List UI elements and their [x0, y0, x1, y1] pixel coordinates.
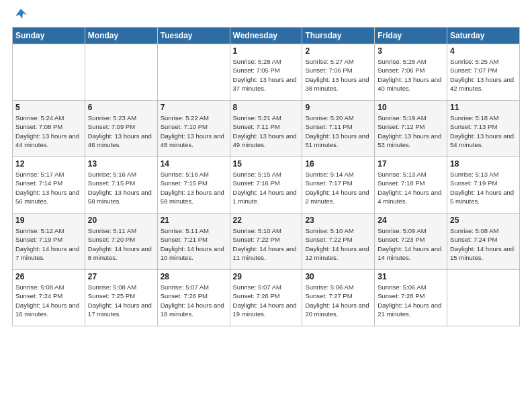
- day-number: 13: [88, 159, 154, 169]
- day-info: Sunrise: 5:27 AM Sunset: 7:06 PM Dayligh…: [305, 57, 371, 93]
- day-info: Sunrise: 5:07 AM Sunset: 7:26 PM Dayligh…: [161, 283, 227, 318]
- calendar-cell: 16Sunrise: 5:14 AM Sunset: 7:17 PM Dayli…: [302, 157, 375, 214]
- calendar-cell: 8Sunrise: 5:21 AM Sunset: 7:11 PM Daylig…: [230, 101, 302, 157]
- col-header-saturday: Saturday: [447, 28, 520, 44]
- day-number: 7: [161, 103, 227, 112]
- calendar-cell: 24Sunrise: 5:09 AM Sunset: 7:23 PM Dayli…: [375, 214, 447, 270]
- day-info: Sunrise: 5:20 AM Sunset: 7:11 PM Dayligh…: [305, 113, 371, 149]
- day-info: Sunrise: 5:08 AM Sunset: 7:24 PM Dayligh…: [450, 226, 517, 262]
- day-number: 6: [88, 103, 154, 112]
- calendar-cell: 29Sunrise: 5:07 AM Sunset: 7:26 PM Dayli…: [230, 270, 302, 326]
- logo-bird-icon: [13, 7, 28, 21]
- day-info: Sunrise: 5:11 AM Sunset: 7:20 PM Dayligh…: [88, 226, 154, 262]
- calendar-row-1: 5Sunrise: 5:24 AM Sunset: 7:08 PM Daylig…: [13, 101, 520, 157]
- calendar-cell: 25Sunrise: 5:08 AM Sunset: 7:24 PM Dayli…: [447, 214, 520, 270]
- day-info: Sunrise: 5:10 AM Sunset: 7:22 PM Dayligh…: [305, 226, 371, 262]
- day-number: 28: [161, 272, 227, 281]
- calendar-cell: 21Sunrise: 5:11 AM Sunset: 7:21 PM Dayli…: [157, 214, 230, 270]
- day-number: 15: [233, 159, 300, 169]
- day-number: 2: [305, 46, 371, 56]
- calendar-cell: 2Sunrise: 5:27 AM Sunset: 7:06 PM Daylig…: [302, 44, 375, 101]
- day-number: 27: [88, 272, 154, 281]
- col-header-thursday: Thursday: [302, 28, 375, 44]
- day-number: 1: [233, 46, 300, 56]
- calendar-cell: 19Sunrise: 5:12 AM Sunset: 7:19 PM Dayli…: [13, 214, 85, 270]
- day-number: 31: [378, 272, 444, 281]
- day-info: Sunrise: 5:21 AM Sunset: 7:11 PM Dayligh…: [233, 113, 300, 149]
- calendar-cell: 7Sunrise: 5:22 AM Sunset: 7:10 PM Daylig…: [157, 101, 230, 157]
- calendar-cell: 5Sunrise: 5:24 AM Sunset: 7:08 PM Daylig…: [13, 101, 85, 157]
- header: [12, 7, 520, 24]
- day-info: Sunrise: 5:11 AM Sunset: 7:21 PM Dayligh…: [161, 226, 227, 262]
- calendar-cell: 13Sunrise: 5:16 AM Sunset: 7:15 PM Dayli…: [85, 157, 157, 214]
- calendar-cell: 23Sunrise: 5:10 AM Sunset: 7:22 PM Dayli…: [302, 214, 375, 270]
- calendar-cell: 30Sunrise: 5:06 AM Sunset: 7:27 PM Dayli…: [302, 270, 375, 326]
- calendar-cell: 22Sunrise: 5:10 AM Sunset: 7:22 PM Dayli…: [230, 214, 302, 270]
- day-number: 25: [450, 216, 517, 225]
- calendar-cell: 3Sunrise: 5:26 AM Sunset: 7:06 PM Daylig…: [375, 44, 447, 101]
- day-number: 22: [233, 216, 300, 225]
- calendar-cell: 15Sunrise: 5:15 AM Sunset: 7:16 PM Dayli…: [230, 157, 302, 214]
- day-info: Sunrise: 5:19 AM Sunset: 7:12 PM Dayligh…: [378, 113, 444, 149]
- day-info: Sunrise: 5:24 AM Sunset: 7:08 PM Dayligh…: [15, 113, 82, 149]
- calendar-cell: 17Sunrise: 5:13 AM Sunset: 7:18 PM Dayli…: [375, 157, 447, 214]
- calendar-cell: 12Sunrise: 5:17 AM Sunset: 7:14 PM Dayli…: [13, 157, 85, 214]
- day-info: Sunrise: 5:06 AM Sunset: 7:28 PM Dayligh…: [378, 283, 444, 318]
- calendar-row-4: 26Sunrise: 5:08 AM Sunset: 7:24 PM Dayli…: [13, 270, 520, 326]
- day-number: 11: [450, 103, 517, 112]
- calendar-cell: [157, 44, 230, 101]
- day-info: Sunrise: 5:22 AM Sunset: 7:10 PM Dayligh…: [161, 113, 227, 149]
- day-number: 14: [161, 159, 227, 169]
- day-info: Sunrise: 5:16 AM Sunset: 7:15 PM Dayligh…: [161, 170, 227, 205]
- calendar-cell: 14Sunrise: 5:16 AM Sunset: 7:15 PM Dayli…: [157, 157, 230, 214]
- col-header-friday: Friday: [375, 28, 447, 44]
- day-info: Sunrise: 5:25 AM Sunset: 7:07 PM Dayligh…: [450, 57, 517, 93]
- calendar-cell: [447, 270, 520, 326]
- day-info: Sunrise: 5:14 AM Sunset: 7:17 PM Dayligh…: [305, 170, 371, 205]
- day-number: 21: [161, 216, 227, 225]
- day-info: Sunrise: 5:18 AM Sunset: 7:13 PM Dayligh…: [450, 113, 517, 149]
- day-info: Sunrise: 5:09 AM Sunset: 7:23 PM Dayligh…: [378, 226, 444, 262]
- col-header-tuesday: Tuesday: [157, 28, 230, 44]
- day-info: Sunrise: 5:26 AM Sunset: 7:06 PM Dayligh…: [378, 57, 444, 93]
- day-number: 16: [305, 159, 371, 169]
- calendar-header-row: SundayMondayTuesdayWednesdayThursdayFrid…: [13, 28, 520, 44]
- calendar-cell: 28Sunrise: 5:07 AM Sunset: 7:26 PM Dayli…: [157, 270, 230, 326]
- day-info: Sunrise: 5:10 AM Sunset: 7:22 PM Dayligh…: [233, 226, 300, 262]
- day-info: Sunrise: 5:13 AM Sunset: 7:19 PM Dayligh…: [450, 170, 517, 205]
- calendar-cell: 31Sunrise: 5:06 AM Sunset: 7:28 PM Dayli…: [375, 270, 447, 326]
- day-number: 19: [15, 216, 82, 225]
- calendar-cell: 18Sunrise: 5:13 AM Sunset: 7:19 PM Dayli…: [447, 157, 520, 214]
- day-info: Sunrise: 5:08 AM Sunset: 7:24 PM Dayligh…: [15, 283, 82, 318]
- calendar-cell: 1Sunrise: 5:28 AM Sunset: 7:05 PM Daylig…: [230, 44, 302, 101]
- day-number: 8: [233, 103, 300, 112]
- day-info: Sunrise: 5:23 AM Sunset: 7:09 PM Dayligh…: [88, 113, 154, 149]
- page: SundayMondayTuesdayWednesdayThursdayFrid…: [0, 0, 532, 333]
- calendar-cell: 20Sunrise: 5:11 AM Sunset: 7:20 PM Dayli…: [85, 214, 157, 270]
- day-number: 9: [305, 103, 371, 112]
- day-number: 20: [88, 216, 154, 225]
- calendar-cell: 27Sunrise: 5:08 AM Sunset: 7:25 PM Dayli…: [85, 270, 157, 326]
- logo: [12, 7, 28, 24]
- day-number: 4: [450, 46, 517, 56]
- day-number: 3: [378, 46, 444, 56]
- svg-marker-0: [15, 9, 27, 19]
- day-number: 5: [15, 103, 82, 112]
- col-header-monday: Monday: [85, 28, 157, 44]
- day-number: 17: [378, 159, 444, 169]
- day-info: Sunrise: 5:12 AM Sunset: 7:19 PM Dayligh…: [15, 226, 82, 262]
- day-info: Sunrise: 5:16 AM Sunset: 7:15 PM Dayligh…: [88, 170, 154, 205]
- day-number: 23: [305, 216, 371, 225]
- day-number: 10: [378, 103, 444, 112]
- day-info: Sunrise: 5:28 AM Sunset: 7:05 PM Dayligh…: [233, 57, 300, 93]
- day-info: Sunrise: 5:17 AM Sunset: 7:14 PM Dayligh…: [15, 170, 82, 205]
- col-header-wednesday: Wednesday: [230, 28, 302, 44]
- day-info: Sunrise: 5:07 AM Sunset: 7:26 PM Dayligh…: [233, 283, 300, 318]
- calendar-row-3: 19Sunrise: 5:12 AM Sunset: 7:19 PM Dayli…: [13, 214, 520, 270]
- day-info: Sunrise: 5:08 AM Sunset: 7:25 PM Dayligh…: [88, 283, 154, 318]
- calendar-cell: 4Sunrise: 5:25 AM Sunset: 7:07 PM Daylig…: [447, 44, 520, 101]
- calendar-cell: 6Sunrise: 5:23 AM Sunset: 7:09 PM Daylig…: [85, 101, 157, 157]
- day-number: 26: [15, 272, 82, 281]
- day-number: 12: [15, 159, 82, 169]
- calendar-cell: 11Sunrise: 5:18 AM Sunset: 7:13 PM Dayli…: [447, 101, 520, 157]
